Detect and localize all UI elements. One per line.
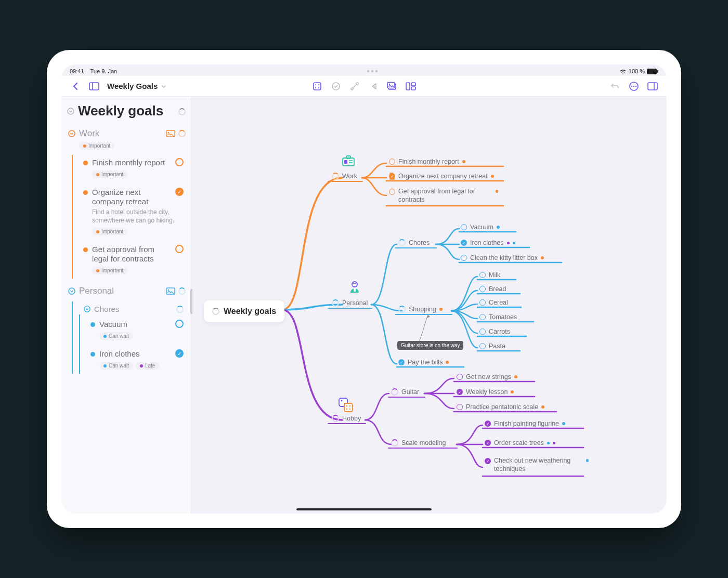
image-button[interactable] [384, 78, 400, 94]
toolbar-center [309, 78, 419, 94]
tag-important[interactable]: Important [79, 142, 114, 150]
document-icon [389, 173, 395, 180]
task-open-icon[interactable] [175, 158, 184, 166]
progress-icon [176, 306, 184, 313]
mindmap-leaf[interactable]: ✓Iron clothes [461, 239, 515, 246]
svg-rect-62 [344, 403, 353, 412]
outline-item[interactable]: Get approval from legal for contracts Im… [77, 240, 186, 279]
svg-rect-54 [344, 160, 347, 164]
section-title[interactable]: Work [79, 128, 99, 139]
mindmap-leaf[interactable]: Finish monthly report [389, 158, 465, 165]
status-bar: 09:41 Tue 9. Jan 100 % [61, 64, 667, 76]
svg-rect-53 [346, 156, 350, 159]
tag-late[interactable]: Late [136, 362, 159, 370]
subsection-title[interactable]: Chores [94, 305, 119, 313]
outline-item[interactable]: Vacuum Can wait [84, 314, 186, 344]
progress-icon [332, 173, 339, 180]
mindmap-leaf[interactable]: ✓Weekly lesson [457, 388, 514, 396]
image-icon [166, 287, 175, 295]
mindmap-node-chores[interactable]: Chores [398, 239, 430, 246]
outline-item[interactable]: Finish monthly report Important [77, 153, 186, 182]
mindmap-leaf[interactable]: Vacuum [461, 224, 500, 231]
bullet-icon [83, 190, 88, 195]
mindmap-leaf[interactable]: Tomatoes [479, 313, 517, 321]
inspector-toggle[interactable] [645, 78, 660, 94]
mindmap-node-shopping[interactable]: Shopping [398, 306, 443, 313]
progress-icon [391, 439, 398, 446]
mindmap-leaf[interactable]: ✓Finish painting figurine [485, 420, 565, 427]
title-chevron-icon[interactable] [161, 83, 167, 89]
mindmap-root[interactable]: Weekly goals [204, 300, 284, 322]
mindmap-node-scale-modeling[interactable]: Scale modeling [391, 439, 446, 446]
mindmap-leaf[interactable]: Pasta [479, 343, 505, 350]
outline-subsection-chores[interactable]: Chores [77, 299, 186, 314]
svg-point-57 [352, 282, 357, 287]
back-button[interactable] [68, 78, 83, 94]
mindmap-leaf[interactable]: Bread [479, 285, 506, 293]
svg-point-21 [633, 85, 634, 86]
svg-point-60 [341, 400, 343, 402]
svg-rect-16 [406, 83, 410, 90]
mindmap-leaf[interactable]: Cereal [479, 299, 508, 306]
outline-root-title[interactable]: Weekly goals [78, 104, 163, 118]
chevron-down-icon[interactable] [68, 287, 76, 295]
svg-point-29 [69, 288, 75, 294]
mindmap-leaf[interactable]: Milk [479, 271, 500, 279]
outline-item[interactable]: Iron clothes ✓ Can wait Late [84, 344, 186, 374]
task-open-icon[interactable] [175, 320, 184, 328]
tag-canwait[interactable]: Can wait [99, 362, 133, 370]
section-title[interactable]: Personal [79, 286, 114, 296]
mindmap-leaf[interactable]: ✓Pay the bills [398, 359, 449, 366]
mindmap-node-hobby[interactable]: Hobby [332, 415, 361, 422]
mindmap-leaf[interactable]: Get approval from legal for contracts [389, 188, 498, 204]
outline-item[interactable]: Organize next company retreat ✓ Find a h… [77, 182, 186, 240]
progress-icon [178, 130, 186, 137]
svg-point-32 [84, 306, 90, 312]
checkmark-button[interactable] [328, 78, 344, 94]
image-icon [166, 130, 175, 137]
svg-point-20 [631, 85, 632, 86]
mindmap-leaf[interactable]: Practice pentatonic scale [457, 403, 544, 411]
svg-point-11 [356, 83, 358, 85]
mindmap-leaf[interactable]: Carrots [479, 328, 510, 335]
svg-point-6 [318, 84, 319, 85]
screen: 09:41 Tue 9. Jan 100 % Weekly Goals [61, 64, 667, 514]
outline-section-personal[interactable]: Personal Chores [68, 286, 186, 374]
document-title[interactable]: Weekly Goals [107, 82, 158, 90]
template-button[interactable] [403, 78, 419, 94]
task-done-icon[interactable]: ✓ [175, 349, 184, 358]
sidebar-toggle[interactable] [86, 78, 102, 94]
chevron-down-icon[interactable] [83, 305, 91, 313]
task-open-icon[interactable] [175, 245, 184, 253]
mindmap-leaf[interactable]: ✓Check out new weathering techniques [485, 457, 589, 473]
home-indicator[interactable] [296, 508, 432, 510]
mindmap-node-personal[interactable]: Personal [332, 299, 368, 307]
mindmap-node-work[interactable]: Work [332, 173, 357, 180]
more-button[interactable] [626, 78, 642, 94]
mindmap-leaf[interactable]: Clean the kitty litter box [461, 254, 544, 261]
chevron-down-icon[interactable] [67, 107, 75, 115]
mindmap-leaf[interactable]: ✓Order scale trees [485, 439, 555, 446]
tag-canwait[interactable]: Can wait [99, 332, 133, 340]
progress-icon [178, 287, 186, 295]
tag-important[interactable]: Important [92, 170, 127, 178]
svg-point-10 [351, 88, 353, 90]
mindmap-leaf[interactable]: Get new strings [457, 373, 517, 380]
body: Weekly goals Work Important [61, 97, 667, 514]
outline-sidebar[interactable]: Weekly goals Work Important [61, 97, 191, 514]
task-done-icon[interactable]: ✓ [175, 188, 184, 196]
tag-important[interactable]: Important [92, 267, 127, 274]
svg-point-12 [374, 86, 375, 87]
connection-button[interactable] [347, 78, 362, 94]
mindmap-node-guitar[interactable]: Guitar [391, 388, 419, 396]
chevron-down-icon[interactable] [68, 129, 76, 138]
mindmap-leaf[interactable]: ✓Organize next company retreat [389, 173, 494, 180]
mindmap-canvas[interactable]: Weekly goals Work Finish monthly report … [191, 97, 667, 514]
outline-section-work[interactable]: Work Important Finish monthly report [68, 128, 186, 279]
layout-button[interactable] [309, 78, 325, 94]
tag-important[interactable]: Important [92, 228, 127, 235]
tag-button[interactable] [366, 78, 381, 94]
undo-button[interactable] [607, 78, 623, 94]
multitask-dots[interactable] [70, 70, 667, 72]
svg-point-25 [68, 108, 74, 114]
